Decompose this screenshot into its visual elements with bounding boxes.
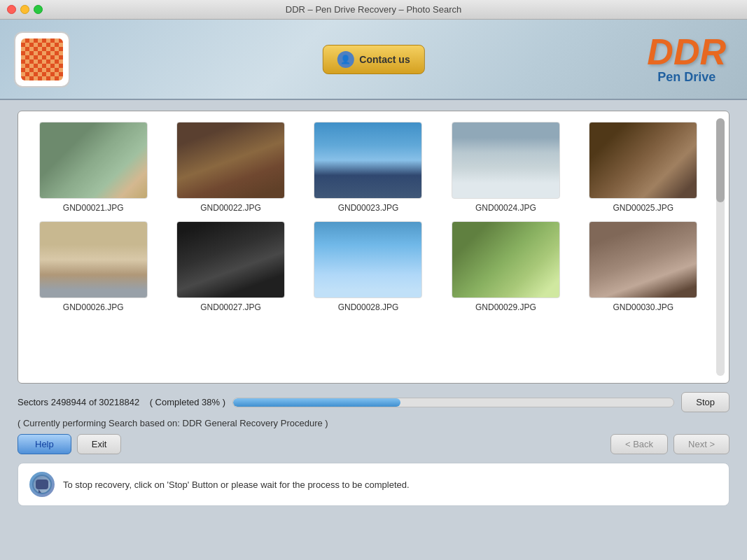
photo-thumb-7	[176, 221, 285, 298]
title-bar: DDR – Pen Drive Recovery – Photo Search	[0, 0, 747, 20]
photo-label-4: GND00024.JPG	[475, 203, 536, 213]
photo-label-1: GND00021.JPG	[63, 203, 124, 213]
photo-label-7: GND00027.JPG	[200, 302, 261, 312]
ddr-text: DDR	[647, 34, 726, 70]
contact-label: Contact us	[359, 54, 410, 65]
progress-bar-container	[232, 398, 674, 407]
chat-bubble-icon	[36, 479, 48, 489]
photo-thumb-3	[314, 122, 422, 199]
photo-item-4[interactable]: GND00024.JPG	[441, 122, 570, 213]
photo-item-3[interactable]: GND00023.JPG	[304, 122, 433, 213]
photo-item-5[interactable]: GND00025.JPG	[579, 122, 708, 213]
photo-item-6[interactable]: GND00026.JPG	[29, 221, 158, 312]
logo-box	[14, 31, 70, 88]
info-icon	[29, 472, 55, 497]
photo-thumb-10	[589, 221, 697, 298]
main-content: GND00021.JPGGND00022.JPGGND00023.JPGGND0…	[0, 100, 747, 524]
nav-right: < Back Next >	[610, 434, 729, 454]
next-button[interactable]: Next >	[673, 434, 729, 454]
stop-button[interactable]: Stop	[681, 392, 729, 412]
photo-item-9[interactable]: GND00029.JPG	[441, 221, 570, 312]
chat-icon	[32, 475, 52, 494]
maximize-button[interactable]	[34, 5, 43, 14]
body-wrapper: GND00021.JPGGND00022.JPGGND00023.JPGGND0…	[0, 100, 747, 560]
navigation-bar: Help Exit < Back Next >	[18, 434, 729, 454]
photo-label-3: GND00023.JPG	[338, 203, 399, 213]
minimize-button[interactable]	[20, 5, 29, 14]
info-message: To stop recovery, click on 'Stop' Button…	[63, 479, 410, 490]
photo-item-2[interactable]: GND00022.JPG	[166, 122, 295, 213]
photo-thumb-1	[39, 122, 148, 199]
header: 👤 Contact us DDR Pen Drive	[0, 20, 747, 100]
contact-icon: 👤	[337, 51, 354, 68]
back-button[interactable]: < Back	[610, 434, 668, 454]
photo-thumb-2	[176, 122, 285, 199]
help-button[interactable]: Help	[18, 434, 71, 454]
progress-bar-fill	[233, 398, 400, 407]
photo-label-2: GND00022.JPG	[200, 203, 261, 213]
completed-text: ( Completed 38% )	[150, 397, 225, 407]
photo-thumb-5	[589, 122, 697, 199]
status-text: ( Currently performing Search based on: …	[18, 418, 729, 428]
exit-button[interactable]: Exit	[77, 434, 122, 454]
photo-item-1[interactable]: GND00021.JPG	[29, 122, 158, 213]
photo-panel: GND00021.JPGGND00022.JPGGND00023.JPGGND0…	[18, 111, 729, 384]
photo-label-6: GND00026.JPG	[63, 302, 124, 312]
sectors-text: Sectors 2498944 of 30218842 ( Completed …	[18, 397, 225, 407]
sectors-count: Sectors 2498944 of 30218842	[18, 397, 139, 407]
photo-label-10: GND00030.JPG	[613, 302, 673, 312]
photo-item-10[interactable]: GND00030.JPG	[579, 221, 708, 312]
scrollbar[interactable]	[716, 118, 725, 376]
photo-thumb-4	[452, 122, 560, 199]
photo-label-5: GND00025.JPG	[613, 203, 673, 213]
close-button[interactable]	[7, 5, 16, 14]
pen-drive-text: Pen Drive	[647, 70, 726, 85]
progress-section: Sectors 2498944 of 30218842 ( Completed …	[18, 392, 729, 412]
photo-item-7[interactable]: GND00027.JPG	[166, 221, 295, 312]
photo-thumb-9	[452, 221, 560, 298]
scrollbar-thumb[interactable]	[716, 118, 725, 202]
photo-label-9: GND00029.JPG	[475, 302, 536, 312]
photo-thumb-8	[314, 221, 422, 298]
photo-label-8: GND00028.JPG	[338, 302, 399, 312]
photo-thumb-6	[39, 221, 148, 298]
photo-item-8[interactable]: GND00028.JPG	[304, 221, 433, 312]
info-box: To stop recovery, click on 'Stop' Button…	[18, 463, 729, 506]
window-title: DDR – Pen Drive Recovery – Photo Search	[286, 4, 461, 15]
ddr-logo: DDR Pen Drive	[647, 34, 726, 85]
nav-left: Help Exit	[18, 434, 121, 454]
logo-icon	[21, 38, 63, 80]
photo-grid: GND00021.JPGGND00022.JPGGND00023.JPGGND0…	[29, 122, 718, 312]
contact-button[interactable]: 👤 Contact us	[322, 45, 424, 74]
window-controls	[7, 5, 43, 14]
